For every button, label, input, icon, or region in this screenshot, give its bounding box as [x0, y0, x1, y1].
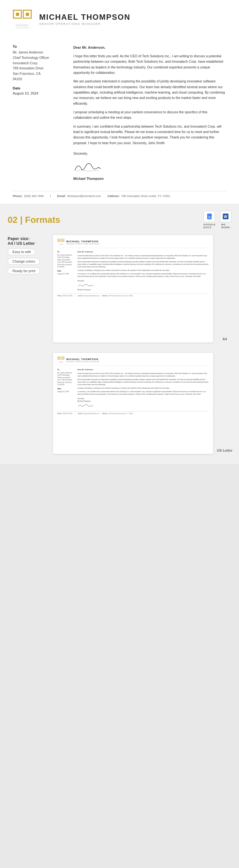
google-docs-icon-item[interactable]: GOODLEDOCS [203, 211, 215, 229]
mini-footer-a4: Phone: (555) 456-7890 | Email: thompson@… [57, 293, 209, 297]
letter-footer: Phone: (555) 456-7890 | Email: thompson@… [13, 191, 226, 198]
closing-name: Michael Thompson [73, 176, 226, 181]
formats-header: 02 | Formats GOODLEDOCS [6, 211, 233, 229]
mini-sig-a4 [77, 283, 209, 287]
body-para-3: I propose scheduling a meeting at your e… [73, 110, 226, 121]
name-block: MICHAEL THOMPSON SENIOR OPERATIONS MANAG… [39, 13, 130, 26]
formats-two-col: Paper size: A4 / US Letter Easy to edit … [6, 235, 233, 454]
recipient-company: Innovatech Corp. [13, 60, 64, 66]
recipient-title: Chief Technology Officer [13, 55, 64, 60]
mini-body-us: To Mr. James AndersonChief TechnologyOff… [57, 368, 209, 409]
google-docs-label: GOODLEDOCS [203, 223, 215, 229]
letterhead-preview: COMPANY TAG LINE HERE MICHAEL THOMPSON S… [0, 0, 239, 204]
salutation: Dear Mr. Anderson, [73, 44, 226, 50]
a4-size-label: A4 [217, 337, 233, 343]
formats-section: 02 | Formats GOODLEDOCS [0, 204, 239, 464]
formats-sidebar: Paper size: A4 / US Letter Easy to edit … [6, 235, 48, 279]
ms-word-label: MS.WORD [221, 223, 230, 229]
svg-rect-7 [207, 214, 210, 217]
closing-word: Sincerely, [73, 151, 226, 156]
ms-word-icon: W [220, 211, 231, 222]
svg-text:COMPANY: COMPANY [16, 24, 29, 26]
recipient-name: Mr. James Anderson [13, 50, 64, 55]
phone-value: (555) 456-7890 [24, 194, 44, 198]
body-para-4: In summary, I am confident that a partne… [73, 124, 226, 146]
letter-date: August 10, 2024 [13, 91, 64, 95]
mini-right-us: Dear Mr. Anderson, I hope this letter fi… [77, 368, 209, 409]
recipient-address2: San Francisco, CA [13, 71, 64, 76]
footer-phone: Phone: (555) 456-7890 [13, 194, 44, 198]
address-value: 789 Innovation Drive Austin, TX 73301 [122, 194, 170, 198]
us-letter-format-item: COMPANY TAG LINE MICHAEL THOMPSON SENIOR… [53, 352, 233, 454]
formats-title: 02 | Formats [8, 215, 60, 225]
mini-name-a4: MICHAEL THOMPSON SENIOR OPERATIONS MANAG… [66, 240, 100, 245]
sidebar-controls: Easy to edit Change colors Ready for pri… [6, 248, 48, 274]
mini-body-a4: To Mr. James AndersonChief TechnologyOff… [57, 250, 209, 291]
svg-rect-22 [62, 358, 63, 359]
format-icons: GOODLEDOCS W MS.WORD [203, 211, 231, 229]
easy-to-edit-pill[interactable]: Easy to edit [8, 248, 35, 255]
svg-rect-8 [208, 216, 211, 217]
letter-subtitle: SENIOR OPERATIONS MANAGER [39, 22, 130, 26]
a4-format-item: COMPANY TAG LINE MICHAEL THOMPSON SENIOR… [53, 235, 233, 343]
svg-rect-3 [26, 13, 29, 16]
to-heading: To [13, 44, 64, 49]
mini-left-a4: To Mr. James AndersonChief TechnologyOff… [57, 250, 75, 291]
mini-left-us: To Mr. James AndersonChief TechnologyOff… [57, 368, 75, 409]
letter-name: MICHAEL THOMPSON [39, 13, 130, 22]
svg-text:TAG LINE: TAG LINE [60, 245, 63, 246]
phone-label: Phone: [13, 194, 23, 198]
footer-address: Address: 789 Innovation Drive Austin, TX… [107, 194, 170, 198]
svg-rect-14 [59, 240, 60, 241]
signature-area [73, 158, 226, 174]
google-docs-icon [204, 211, 215, 222]
svg-rect-9 [208, 217, 211, 218]
body-para-2: We are particularly interested in explor… [73, 79, 226, 106]
mini-sig-us [77, 403, 209, 408]
svg-rect-16 [62, 240, 63, 241]
us-letter-mini-letter: COMPANY TAG LINE MICHAEL THOMPSON SENIOR… [53, 352, 213, 454]
recipient-address1: 789 Innovation Drive [13, 66, 64, 71]
mini-name-us: MICHAEL THOMPSON SENIOR OPERATIONS MANAG… [66, 358, 100, 363]
svg-rect-10 [208, 218, 210, 218]
email-label: Email: [57, 194, 65, 198]
letter-closing: Sincerely, Michael Thompson [73, 151, 226, 182]
a4-mini-letter: COMPANY TAG LINE MICHAEL THOMPSON SENIOR… [53, 235, 213, 343]
svg-text:W: W [224, 215, 228, 219]
letter-header: COMPANY TAG LINE HERE MICHAEL THOMPSON S… [13, 9, 226, 32]
change-colors-pill[interactable]: Change colors [8, 258, 40, 265]
format-grid: COMPANY TAG LINE MICHAEL THOMPSON SENIOR… [53, 235, 233, 454]
footer-email: Email: thompson@oriontech.com [57, 194, 101, 198]
mini-letter-header-a4: COMPANY TAG LINE MICHAEL THOMPSON SENIOR… [57, 239, 209, 248]
recipient-zip: 94103 [13, 76, 64, 82]
mini-right-a4: Dear Mr. Anderson, I hope this letter fi… [77, 250, 209, 291]
us-letter-size-label: US Letter [217, 448, 233, 454]
letter-right: Dear Mr. Anderson, I hope this letter fi… [73, 44, 226, 181]
ready-for-print-pill[interactable]: Ready for print [8, 267, 40, 274]
letter-body-section: To Mr. James Anderson Chief Technology O… [13, 38, 226, 185]
recipient-address: Mr. James Anderson Chief Technology Offi… [13, 50, 64, 82]
formats-word: Formats [25, 215, 60, 225]
date-label: Date [13, 86, 64, 90]
svg-text:TAG LINE HERE: TAG LINE HERE [16, 27, 29, 29]
logo-box: COMPANY TAG LINE HERE [13, 9, 32, 29]
ms-word-icon-item[interactable]: W MS.WORD [220, 211, 231, 229]
body-para-1: I hope this letter finds you well. As th… [73, 54, 226, 75]
svg-rect-1 [16, 13, 19, 16]
paper-size-label: Paper size: A4 / US Letter [6, 236, 48, 246]
mini-letter-header-us: COMPANY TAG LINE MICHAEL THOMPSON SENIOR… [57, 356, 209, 366]
svg-rect-20 [59, 358, 60, 359]
formats-number: 02 [8, 215, 18, 225]
svg-text:TAG LINE: TAG LINE [60, 363, 63, 364]
address-label: Address: [107, 194, 120, 198]
email-value: thompson@oriontech.com [67, 194, 101, 198]
letter-left: To Mr. James Anderson Chief Technology O… [13, 44, 64, 181]
mini-footer-us: Phone: (555) 456-7890 | Email: thompson@… [57, 411, 209, 414]
